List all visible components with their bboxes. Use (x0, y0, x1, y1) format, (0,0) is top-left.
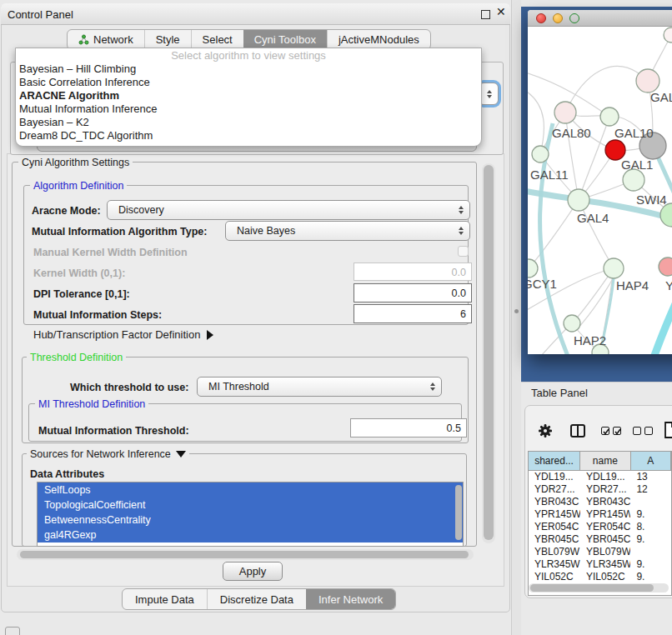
collapsed-panel-button[interactable] (5, 627, 20, 635)
network-node-gal4[interactable] (568, 189, 589, 211)
column-header-shared[interactable]: shared... (529, 452, 580, 470)
network-window-titlebar[interactable] (528, 10, 672, 27)
divider-handle[interactable] (514, 309, 519, 313)
sources-toggle[interactable]: Sources for Network Inference (27, 448, 189, 460)
tab-impute-data[interactable]: Impute Data (123, 589, 207, 609)
table-row[interactable]: YER054CYER054C8. (529, 521, 671, 533)
cyni-bottom-tabs: Impute DataDiscretize DataInfer Network (122, 588, 396, 610)
which-threshold-select[interactable]: MI Threshold (197, 377, 442, 397)
network-node-hap2[interactable] (564, 315, 580, 332)
table-row[interactable]: YBR043CYBR043C (529, 496, 671, 508)
tab-infer-network[interactable]: Infer Network (306, 589, 395, 609)
table-cell: 9. (630, 558, 671, 571)
zoom-traffic-light-icon[interactable] (569, 13, 579, 23)
which-threshold-value: MI Threshold (208, 381, 269, 392)
gear-icon[interactable] (538, 423, 553, 442)
table-row[interactable]: YIL052CYIL052C9. (529, 571, 671, 583)
tab-select[interactable]: Select (191, 30, 243, 49)
horizontal-scrollbar-thumb[interactable] (20, 551, 469, 558)
mi-type-select[interactable]: Naive Bayes (225, 221, 470, 241)
table-row[interactable]: YLR345WYLR345W9. (529, 558, 671, 571)
table-row[interactable]: YDL19...YDL19...13 (529, 471, 671, 483)
apply-button[interactable]: Apply (223, 562, 283, 581)
algorithm-option-bayesian-k2[interactable]: Bayesian – K2 (16, 116, 481, 129)
table-cell: YDL19... (580, 471, 630, 483)
tab-discretize-data[interactable]: Discretize Data (207, 589, 306, 609)
checked-columns-icon[interactable] (601, 427, 621, 435)
tab-label: Select (203, 33, 233, 46)
mi-threshold-field[interactable]: 0.5 (350, 418, 467, 438)
aracne-mode-select[interactable]: Discovery (107, 200, 470, 220)
network-node[interactable] (664, 28, 672, 42)
hub-definition-label: Hub/Transcription Factor Definition (33, 328, 200, 341)
table-row[interactable]: YDR27...YDR27...12 (529, 483, 671, 496)
dropdown-prompt: Select algorithm to view settings (16, 48, 481, 62)
network-node-label: GCY1 (528, 277, 557, 291)
network-node-gal11[interactable] (532, 146, 549, 162)
tab-network[interactable]: Network (68, 30, 144, 49)
panel-title: Control Panel (8, 8, 73, 21)
node-table[interactable]: shared...nameA YDL19...YDL19...13YDR27..… (528, 451, 672, 596)
list-scrollbar-thumb[interactable] (455, 485, 462, 540)
network-node-swi4[interactable] (660, 203, 672, 227)
attribute-item-betweennesscentrality[interactable]: BetweennessCentrality (38, 512, 463, 528)
table-cell: YBR043C (580, 496, 630, 508)
hub-definition-toggle[interactable]: Hub/Transcription Factor Definition (33, 328, 213, 341)
table-cell: YIL052C (529, 571, 580, 583)
network-node-label: GAL11 (530, 168, 569, 182)
tab-jactivemnodules[interactable]: jActiveMNodules (327, 30, 430, 49)
data-attributes-list[interactable]: SelfLoopsTopologicalCoefficientBetweenne… (37, 482, 464, 547)
control-panel-titlebar[interactable] (1, 3, 510, 25)
table-row[interactable]: YBR045CYBR045C9. (529, 533, 671, 546)
document-icon[interactable] (664, 422, 672, 442)
table-header-row: shared...nameA (529, 452, 671, 471)
table-scrollbar-thumb[interactable] (530, 584, 654, 592)
table-cell: YBL079W (580, 546, 630, 558)
network-node-y[interactable] (659, 258, 672, 276)
table-cell: YLR345W (529, 558, 580, 571)
network-node-gal1[interactable] (623, 169, 644, 191)
vertical-scrollbar-thumb[interactable] (484, 165, 494, 540)
column-header-name[interactable]: name (580, 452, 630, 470)
sources-title: Sources for Network Inference (30, 448, 171, 460)
network-node-gal10[interactable] (600, 108, 619, 126)
algorithm-option-dream8-dc-tdc-algorithm[interactable]: Dream8 DC_TDC Algorithm (16, 129, 481, 142)
attribute-item-topologicalcoefficient[interactable]: TopologicalCoefficient (38, 498, 463, 512)
table-row[interactable]: YBL079WYBL079W (529, 546, 671, 558)
network-node-gal[interactable] (636, 69, 659, 92)
column-header-a[interactable]: A (631, 452, 671, 470)
algorithm-option-bayesian-hill-climbing[interactable]: Bayesian – Hill Climbing (16, 62, 481, 76)
mi-type-label: Mutual Information Algorithm Type: (32, 226, 207, 238)
mi-steps-field[interactable]: 6 (354, 304, 472, 323)
kernel-width-field[interactable]: 0.0 (354, 262, 472, 281)
network-canvas[interactable]: GALGAL80GAL10GAL1GAL11SWI4GAL4GCY1HAP4YH… (528, 27, 672, 354)
unchecked-columns-icon[interactable] (633, 427, 653, 435)
close-icon[interactable]: ✕ (496, 5, 506, 18)
table-cell: YPR145W (529, 508, 580, 521)
mi-threshold-label: Mutual Information Threshold: (38, 425, 189, 437)
network-node-gal80[interactable] (554, 102, 576, 123)
group-title: Cyni Algorithm Settings (18, 157, 133, 168)
table-row[interactable]: YPR145WYPR145W9. (529, 508, 671, 521)
algorithm-option-basic-correlation-inference[interactable]: Basic Correlation Inference (16, 76, 481, 89)
split-pane-icon[interactable] (570, 424, 585, 441)
float-window-icon[interactable] (481, 10, 490, 19)
tab-cyni-toolbox[interactable]: Cyni Toolbox (243, 30, 327, 49)
tab-label: Cyni Toolbox (254, 33, 316, 46)
table-cell: 9. (630, 571, 671, 583)
attribute-item-selfloops[interactable]: SelfLoops (38, 482, 463, 498)
attribute-item-gal4rgexp[interactable]: gal4RGexp (38, 528, 463, 542)
close-traffic-light-icon[interactable] (536, 13, 546, 23)
network-node-gcy1[interactable] (528, 259, 538, 278)
table-cell: YPR145W (580, 508, 630, 521)
manual-kernel-checkbox[interactable] (458, 246, 469, 257)
panel-divider[interactable] (511, 0, 521, 635)
tab-style[interactable]: Style (144, 30, 191, 49)
algorithm-option-aracne-algorithm[interactable]: ARACNE Algorithm (16, 89, 481, 102)
minimize-traffic-light-icon[interactable] (553, 13, 563, 23)
algorithm-option-mutual-information-inference[interactable]: Mutual Information Inference (16, 102, 481, 116)
algorithm-list: Bayesian – Hill ClimbingBasic Correlatio… (16, 62, 481, 142)
network-node-hap4[interactable] (604, 258, 624, 278)
table-cell: YDR27... (580, 483, 630, 496)
dpi-tolerance-field[interactable]: 0.0 (354, 283, 472, 302)
